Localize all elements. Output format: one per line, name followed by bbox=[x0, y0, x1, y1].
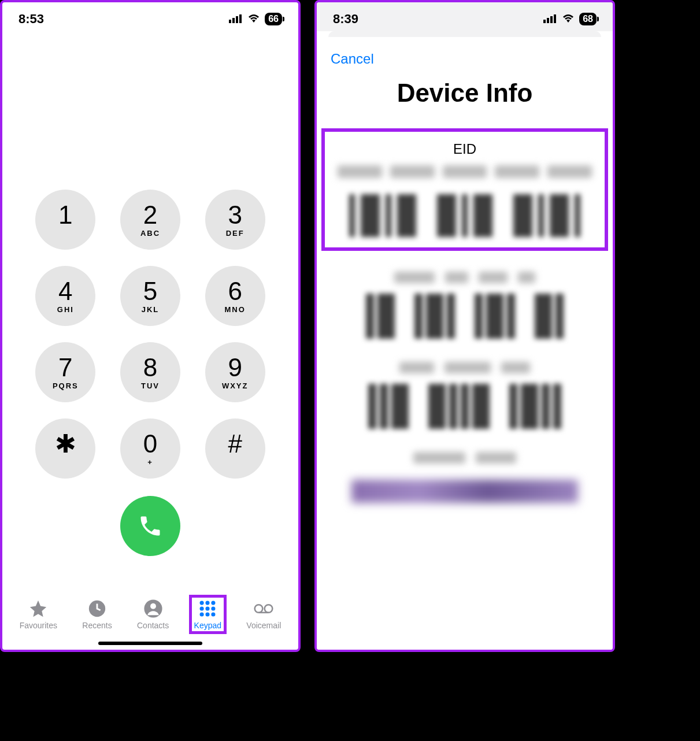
svg-rect-19 bbox=[543, 20, 546, 23]
svg-point-10 bbox=[200, 606, 204, 610]
status-time: 8:39 bbox=[333, 12, 358, 27]
svg-rect-2 bbox=[236, 16, 238, 23]
tab-bar: Favourites Recents Contacts Keypad Voice… bbox=[2, 591, 298, 636]
sheet-grabber[interactable] bbox=[328, 31, 601, 37]
wifi-icon bbox=[247, 12, 260, 27]
home-indicator[interactable] bbox=[98, 642, 202, 645]
cellular-signal-icon bbox=[543, 12, 557, 27]
person-circle-icon bbox=[143, 599, 163, 618]
status-icons: 68 bbox=[543, 12, 597, 27]
info-section-3 bbox=[317, 362, 613, 452]
phone-icon bbox=[138, 513, 163, 539]
svg-rect-21 bbox=[550, 16, 553, 23]
key-6[interactable]: 6MNO bbox=[205, 266, 265, 326]
key-2[interactable]: 2ABC bbox=[120, 190, 180, 250]
voicemail-icon bbox=[254, 599, 273, 618]
svg-point-8 bbox=[206, 601, 210, 605]
eid-value-redacted bbox=[338, 165, 592, 178]
keypad-icon bbox=[198, 599, 217, 618]
call-button[interactable] bbox=[120, 496, 180, 556]
svg-point-17 bbox=[265, 605, 273, 613]
svg-rect-22 bbox=[554, 14, 556, 23]
star-icon bbox=[28, 599, 48, 618]
svg-point-7 bbox=[200, 601, 204, 605]
svg-point-9 bbox=[212, 601, 216, 605]
key-5[interactable]: 5JKL bbox=[120, 266, 180, 326]
status-bar: 8:53 66 bbox=[2, 2, 298, 31]
tab-voicemail[interactable]: Voicemail bbox=[243, 596, 284, 632]
info-label-redacted bbox=[351, 272, 578, 283]
svg-point-13 bbox=[200, 612, 204, 616]
tab-contacts[interactable]: Contacts bbox=[134, 596, 172, 632]
info-label-redacted bbox=[351, 362, 578, 373]
battery-icon: 68 bbox=[579, 13, 597, 25]
svg-point-11 bbox=[206, 606, 210, 610]
key-star[interactable]: ✱ bbox=[35, 418, 95, 479]
status-icons: 66 bbox=[229, 12, 282, 27]
keypad-grid: 1 2ABC 3DEF 4GHI 5JKL 6MNO 7PQRS 8TUV 9W… bbox=[31, 190, 269, 479]
key-7[interactable]: 7PQRS bbox=[35, 342, 95, 402]
svg-point-12 bbox=[212, 606, 216, 610]
key-8[interactable]: 8TUV bbox=[120, 342, 180, 402]
tab-recents[interactable]: Recents bbox=[79, 596, 115, 632]
phone-device-info-screen: 8:39 68 Cancel Device Info EID bbox=[314, 0, 615, 652]
cellular-signal-icon bbox=[229, 12, 243, 27]
page-title: Device Info bbox=[317, 79, 613, 108]
svg-rect-3 bbox=[239, 14, 242, 23]
tab-keypad[interactable]: Keypad bbox=[191, 596, 225, 632]
svg-point-15 bbox=[212, 612, 216, 616]
info-section-4 bbox=[317, 452, 613, 480]
svg-point-6 bbox=[150, 603, 156, 609]
key-9[interactable]: 9WXYZ bbox=[205, 342, 265, 402]
svg-rect-20 bbox=[547, 18, 549, 23]
key-0[interactable]: 0+ bbox=[120, 418, 180, 479]
clock-icon bbox=[87, 599, 107, 618]
battery-icon: 66 bbox=[265, 13, 282, 25]
phone-keypad-screen: 8:53 66 1 2ABC 3DEF 4GHI 5JKL 6MNO 7PQRS… bbox=[0, 0, 301, 652]
keypad-area: 1 2ABC 3DEF 4GHI 5JKL 6MNO 7PQRS 8TUV 9W… bbox=[2, 31, 298, 591]
svg-rect-1 bbox=[232, 18, 235, 23]
info-label-redacted bbox=[351, 452, 578, 464]
eid-section: EID bbox=[321, 128, 608, 251]
key-4[interactable]: 4GHI bbox=[35, 266, 95, 326]
eid-label: EID bbox=[338, 141, 592, 157]
device-info-sheet: Cancel Device Info EID bbox=[317, 37, 613, 650]
bottom-blur-area bbox=[351, 480, 578, 503]
info-barcode-redacted bbox=[351, 294, 578, 339]
wifi-icon bbox=[562, 12, 575, 27]
key-hash[interactable]: # bbox=[205, 418, 265, 479]
key-1[interactable]: 1 bbox=[35, 190, 95, 250]
status-bar: 8:39 68 bbox=[317, 2, 613, 31]
tab-favourites[interactable]: Favourites bbox=[16, 596, 61, 632]
svg-rect-0 bbox=[229, 20, 231, 23]
svg-point-14 bbox=[206, 612, 210, 616]
status-time: 8:53 bbox=[18, 12, 44, 27]
info-section-2 bbox=[317, 272, 613, 362]
key-3[interactable]: 3DEF bbox=[205, 190, 265, 250]
info-barcode-redacted bbox=[351, 384, 578, 429]
svg-point-16 bbox=[255, 605, 263, 613]
cancel-button[interactable]: Cancel bbox=[317, 51, 388, 79]
eid-barcode-redacted bbox=[338, 194, 592, 237]
